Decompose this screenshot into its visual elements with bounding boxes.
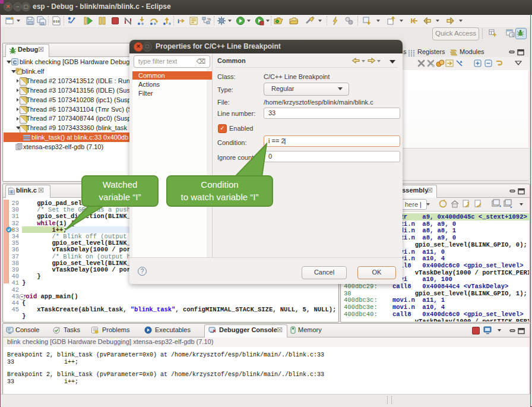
svg-text:variable “I”: variable “I” <box>99 192 141 202</box>
svg-text:%: % <box>207 17 211 21</box>
svg-text:Condition: Condition <box>201 179 238 190</box>
svg-text:i: i <box>178 17 179 24</box>
svg-text:010: 010 <box>53 20 60 24</box>
svg-text:C: C <box>512 33 515 37</box>
svg-text:c: c <box>11 190 13 194</box>
svg-text:Watched: Watched <box>103 179 138 190</box>
svg-text:C: C <box>13 59 17 65</box>
svg-text:to watch variable “I”: to watch variable “I” <box>181 192 259 202</box>
